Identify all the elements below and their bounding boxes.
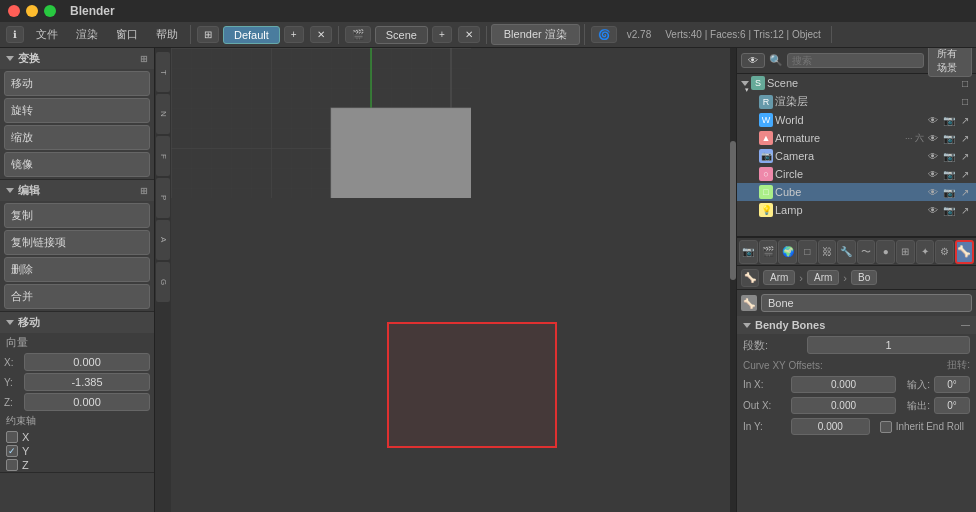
out-x-input[interactable]: 0.000 xyxy=(791,397,896,414)
props-tab-object[interactable]: □ xyxy=(798,240,817,264)
cam-vis-icon[interactable]: 👁 xyxy=(926,149,940,163)
lamp-vis-icon[interactable]: 👁 xyxy=(926,203,940,217)
vector-z-input[interactable]: 0.000 xyxy=(24,393,150,411)
bone-nav-arm1[interactable]: Arm xyxy=(763,270,795,285)
axis-y-checkbox[interactable] xyxy=(6,445,18,457)
vector-x-input[interactable]: 0.000 xyxy=(24,353,150,371)
props-tab-scene[interactable]: 🎬 xyxy=(759,240,778,264)
render-engine-dropdown[interactable]: Blender 渲染 xyxy=(491,24,580,45)
outliner-item-world[interactable]: W World 👁 📷 ↗ xyxy=(737,111,976,129)
vector-y-input[interactable]: -1.385 xyxy=(24,373,150,391)
outliner-item-armature[interactable]: ▲ Armature ··· 六 👁 📷 ↗ xyxy=(737,129,976,147)
tab-item-0[interactable]: T xyxy=(156,52,170,92)
layout-close[interactable]: ✕ xyxy=(310,26,332,43)
tab-item-5[interactable]: G xyxy=(156,262,170,302)
renderlayer-icon2[interactable]: □ xyxy=(958,95,972,109)
outliner-item-renderlayer[interactable]: R 渲染层 □ xyxy=(737,92,976,111)
copy-btn[interactable]: 复制 xyxy=(4,203,150,228)
layout-add[interactable]: + xyxy=(284,26,304,43)
tab-item-3[interactable]: P xyxy=(156,178,170,218)
viewport-scrollbar-right[interactable] xyxy=(730,48,736,512)
outliner-search-input[interactable] xyxy=(787,53,924,68)
bone-nav-arm2[interactable]: Arm xyxy=(807,270,839,285)
edit-header[interactable]: 编辑 ⊞ xyxy=(0,180,154,201)
axis-x-checkbox[interactable] xyxy=(6,431,18,443)
rotate-btn[interactable]: 旋转 xyxy=(4,98,150,123)
scale-btn[interactable]: 缩放 xyxy=(4,125,150,150)
world-render-icon[interactable]: 📷 xyxy=(942,113,956,127)
props-tab-physics[interactable]: ⚙ xyxy=(935,240,954,264)
props-tab-modifiers[interactable]: 🔧 xyxy=(837,240,856,264)
menu-window[interactable]: 窗口 xyxy=(108,25,146,44)
props-tab-data[interactable]: 〜 xyxy=(857,240,876,264)
cam-select-icon[interactable]: ↗ xyxy=(958,149,972,163)
outliner-item-camera[interactable]: 📷 Camera 👁 📷 ↗ xyxy=(737,147,976,165)
props-tab-texture[interactable]: ⊞ xyxy=(896,240,915,264)
scene-add[interactable]: + xyxy=(432,26,452,43)
cube-vis-icon[interactable]: 👁 xyxy=(926,185,940,199)
tab-item-1[interactable]: N xyxy=(156,94,170,134)
outliner-item-circle[interactable]: ○ Circle 👁 📷 ↗ xyxy=(737,165,976,183)
cir-render-icon[interactable]: 📷 xyxy=(942,167,956,181)
props-tab-particles[interactable]: ✦ xyxy=(916,240,935,264)
cam-render-icon[interactable]: 📷 xyxy=(942,149,956,163)
menu-help[interactable]: 帮助 xyxy=(148,25,186,44)
scene-icon[interactable]: 🎬 xyxy=(345,26,371,43)
world-vis-icon[interactable]: 👁 xyxy=(926,113,940,127)
in-y-input[interactable]: 0.000 xyxy=(791,418,870,435)
layout-icon[interactable]: ⊞ xyxy=(197,26,219,43)
props-tab-render[interactable]: 📷 xyxy=(739,240,758,264)
props-tab-material[interactable]: ● xyxy=(876,240,895,264)
maximize-button[interactable] xyxy=(44,5,56,17)
bendy-bones-header[interactable]: Bendy Bones — xyxy=(737,316,976,334)
bone-name-input[interactable] xyxy=(761,294,972,312)
move-header[interactable]: 移动 xyxy=(0,312,154,333)
minimize-button[interactable] xyxy=(26,5,38,17)
outliner-item-cube[interactable]: □ Cube 👁 📷 ↗ xyxy=(737,183,976,201)
scene-restrict-icon[interactable]: □ xyxy=(958,76,972,90)
arm-select-icon[interactable]: ↗ xyxy=(958,131,972,145)
mirror-btn[interactable]: 镜像 xyxy=(4,152,150,177)
props-tab-bone[interactable]: 🦴 xyxy=(955,240,974,264)
cir-select-icon[interactable]: ↗ xyxy=(958,167,972,181)
transform-header[interactable]: 变换 ⊞ xyxy=(0,48,154,69)
cir-vis-icon[interactable]: 👁 xyxy=(926,167,940,181)
outliner-item-lamp[interactable]: 💡 Lamp 👁 📷 ↗ xyxy=(737,201,976,219)
tab-item-4[interactable]: A xyxy=(156,220,170,260)
outliner-item-scene[interactable]: ▾ S Scene □ xyxy=(737,74,976,92)
lamp-select-icon[interactable]: ↗ xyxy=(958,203,972,217)
menu-file[interactable]: 文件 xyxy=(28,25,66,44)
layout-dropdown[interactable]: Default xyxy=(223,26,280,44)
scrollbar-thumb-right[interactable] xyxy=(730,141,736,280)
close-button[interactable] xyxy=(8,5,20,17)
info-icon-btn[interactable]: ℹ xyxy=(6,26,24,43)
outliner-icon-btn[interactable]: 👁 xyxy=(741,53,765,68)
scene-dropdown[interactable]: Scene xyxy=(375,26,428,44)
main-layout: 变换 ⊞ 移动 旋转 缩放 镜像 编辑 ⊞ 复制 复制链接项 删除 合并 移动 xyxy=(0,48,976,512)
lamp-render-icon[interactable]: 📷 xyxy=(942,203,956,217)
in-x-input[interactable]: 0.000 xyxy=(791,376,896,393)
axis-z-checkbox[interactable] xyxy=(6,459,18,471)
cube-render-icon[interactable]: 📷 xyxy=(942,185,956,199)
copy-linked-btn[interactable]: 复制链接项 xyxy=(4,230,150,255)
move-btn[interactable]: 移动 xyxy=(4,71,150,96)
cube-select-icon[interactable]: ↗ xyxy=(958,185,972,199)
arm-vis-icon[interactable]: 👁 xyxy=(926,131,940,145)
segments-input[interactable]: 1 xyxy=(807,336,970,354)
bone-nav-bo[interactable]: Bo xyxy=(851,270,877,285)
tab-item-2[interactable]: F xyxy=(156,136,170,176)
merge-btn[interactable]: 合并 xyxy=(4,284,150,309)
scene-close[interactable]: ✕ xyxy=(458,26,480,43)
output-value[interactable]: 0° xyxy=(934,397,970,414)
input-value[interactable]: 0° xyxy=(934,376,970,393)
delete-btn[interactable]: 删除 xyxy=(4,257,150,282)
props-tab-constraints[interactable]: ⛓ xyxy=(818,240,837,264)
viewport[interactable]: 用户视图（透视） xyxy=(171,48,736,512)
arm-render-icon[interactable]: 📷 xyxy=(942,131,956,145)
props-tab-world[interactable]: 🌍 xyxy=(778,240,797,264)
menu-render[interactable]: 渲染 xyxy=(68,25,106,44)
bone-nav-icon[interactable]: 🦴 xyxy=(741,269,759,287)
world-select-icon[interactable]: ↗ xyxy=(958,113,972,127)
outliner-scene-filter[interactable]: 所有场景 xyxy=(928,48,972,77)
inherit-checkbox[interactable] xyxy=(880,421,892,433)
